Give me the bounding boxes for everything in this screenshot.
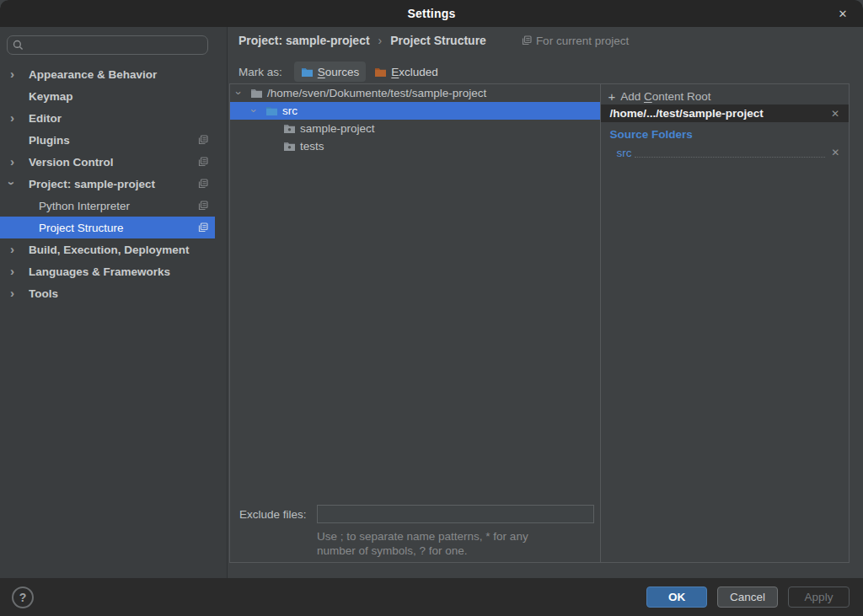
- source-folder-icon: [301, 67, 314, 78]
- sidebar-item-build-execution-deployment[interactable]: › Build, Execution, Deployment: [0, 238, 215, 260]
- sidebar-item-version-control[interactable]: › Version Control: [0, 151, 215, 173]
- chevron-right-icon[interactable]: ›: [10, 156, 29, 169]
- dialog-title: Settings: [408, 7, 456, 20]
- sidebar-item-languages-frameworks[interactable]: › Languages & Frameworks: [0, 260, 215, 282]
- plus-icon: +: [608, 90, 615, 103]
- dotted-leader: [635, 147, 825, 158]
- content-root-path: /home/.../test/sample-project: [609, 107, 828, 120]
- chevron-down-icon[interactable]: ›: [10, 178, 29, 190]
- help-button[interactable]: ?: [12, 587, 34, 608]
- scope-note: For current project: [522, 35, 629, 47]
- source-folder-row[interactable]: src ✕: [616, 144, 842, 161]
- breadcrumb-separator-icon: ›: [378, 34, 383, 47]
- content-root-tree: › /home/sven/Dokumente/test/sample-proje…: [230, 84, 600, 562]
- sidebar-item-keymap[interactable]: › Keymap: [0, 85, 215, 107]
- breadcrumb: Project: sample-project › Project Struct…: [239, 34, 629, 47]
- search-field[interactable]: [7, 35, 208, 55]
- sidebar-item-python-interpreter[interactable]: › Python Interpreter: [0, 195, 215, 217]
- mark-as-label: Mark as:: [239, 66, 282, 78]
- ok-button[interactable]: OK: [646, 587, 707, 608]
- per-project-icon: [198, 157, 208, 167]
- source-folder-name: src: [616, 147, 631, 159]
- cancel-button[interactable]: Cancel: [717, 587, 778, 608]
- mark-as-toolbar: Mark as: Sources Excluded: [239, 62, 445, 82]
- breadcrumb-page: Project Structure: [390, 34, 486, 47]
- exclude-files-help: Use ; to separate name patterns, * for a…: [317, 529, 600, 558]
- content-roots-panel: + Add Content Root /home/.../test/sample…: [600, 84, 849, 562]
- project-structure-panel: › /home/sven/Dokumente/test/sample-proje…: [229, 83, 850, 563]
- folder-icon: [250, 88, 263, 99]
- question-mark-icon: ?: [19, 591, 27, 604]
- tree-row-tests[interactable]: tests: [230, 137, 600, 155]
- title-bar: Settings ✕: [0, 0, 863, 27]
- mark-sources-button[interactable]: Sources: [294, 62, 367, 82]
- add-content-root-button[interactable]: + Add Content Root: [608, 88, 710, 104]
- settings-dialog: Settings ✕ › Appearance & Behavior › Key…: [0, 0, 863, 616]
- main-content: Project: sample-project › Project Struct…: [228, 27, 863, 578]
- per-project-icon: [522, 35, 532, 46]
- per-project-icon: [198, 222, 208, 233]
- settings-sidebar: › Appearance & Behavior › Keymap › Edito…: [0, 27, 228, 578]
- per-project-icon: [198, 135, 208, 145]
- chevron-down-icon[interactable]: ›: [237, 88, 249, 99]
- chevron-right-icon[interactable]: ›: [10, 265, 29, 278]
- source-folders-heading: Source Folders: [609, 128, 692, 141]
- mark-excluded-button[interactable]: Excluded: [367, 62, 445, 82]
- chevron-right-icon[interactable]: ›: [10, 68, 29, 81]
- per-project-icon: [198, 179, 208, 189]
- exclude-files-label: Exclude files:: [230, 508, 317, 521]
- sidebar-item-plugins[interactable]: › Plugins: [0, 129, 215, 151]
- tree-row-root[interactable]: › /home/sven/Dokumente/test/sample-proje…: [230, 84, 600, 102]
- package-folder-icon: [283, 123, 296, 134]
- search-icon: [13, 40, 24, 51]
- exclude-files-input[interactable]: [317, 505, 594, 523]
- sidebar-item-project-sample-project[interactable]: › Project: sample-project: [0, 173, 215, 195]
- sidebar-item-editor[interactable]: › Editor: [0, 107, 215, 129]
- sidebar-item-appearance-behavior[interactable]: › Appearance & Behavior: [0, 63, 215, 85]
- package-folder-icon: [283, 141, 296, 152]
- search-input[interactable]: [29, 39, 202, 51]
- remove-content-root-icon[interactable]: ✕: [828, 108, 842, 120]
- excluded-folder-icon: [374, 67, 387, 78]
- chevron-down-icon[interactable]: ›: [252, 105, 264, 116]
- tree-row-sample-project[interactable]: sample-project: [230, 120, 600, 137]
- content-root-row[interactable]: /home/.../test/sample-project ✕: [601, 104, 849, 122]
- sidebar-item-tools[interactable]: › Tools: [0, 282, 215, 304]
- close-icon[interactable]: ✕: [831, 0, 855, 27]
- per-project-icon: [198, 201, 208, 211]
- sidebar-item-project-structure[interactable]: › Project Structure: [0, 217, 215, 238]
- apply-button[interactable]: Apply: [788, 587, 850, 608]
- chevron-right-icon[interactable]: ›: [10, 112, 29, 125]
- dialog-footer: ? OK Cancel Apply: [0, 578, 863, 616]
- chevron-right-icon[interactable]: ›: [10, 244, 29, 256]
- settings-category-list: › Appearance & Behavior › Keymap › Edito…: [0, 63, 215, 304]
- tree-row-src[interactable]: › src: [230, 102, 600, 120]
- chevron-right-icon[interactable]: ›: [10, 287, 29, 300]
- exclude-files-section: Exclude files: Use ; to separate name pa…: [230, 505, 600, 558]
- breadcrumb-project: Project: sample-project: [239, 34, 370, 47]
- remove-source-folder-icon[interactable]: ✕: [828, 147, 842, 158]
- source-folder-icon: [265, 105, 278, 116]
